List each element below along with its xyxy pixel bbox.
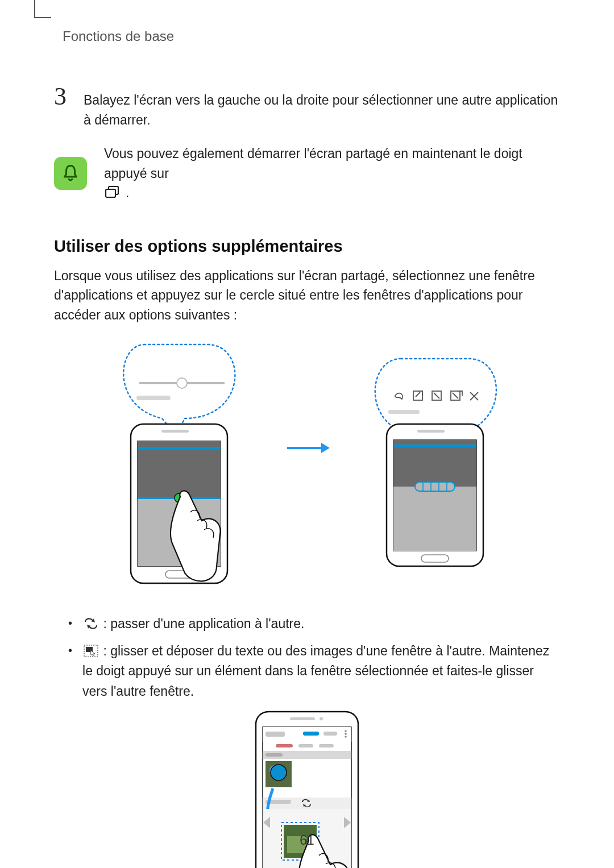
phone-illustration-left [105,339,253,591]
svg-rect-4 [136,396,171,400]
svg-rect-7 [161,430,189,433]
page-number: 61 [0,833,614,848]
svg-rect-24 [393,445,476,447]
svg-point-43 [345,730,347,732]
note-text-after: . [126,183,129,203]
svg-rect-47 [319,744,334,747]
svg-point-36 [320,717,323,720]
split-screen-illustration-row [54,339,560,591]
arrow-right-icon [284,439,330,456]
swap-icon [84,616,98,636]
note-text-before: Vous pouvez également démarrer l'écran p… [104,144,560,183]
options-bullet-list: : passer d'une application à l'autre. : … [68,614,560,702]
section-intro: Lorsque vous utilisez des applications s… [54,266,560,325]
chapter-title: Fonctions de base [63,28,560,44]
svg-point-44 [345,736,347,738]
svg-rect-1 [106,189,115,197]
bell-icon [54,157,87,190]
phone-illustration-right [361,356,509,574]
svg-rect-49 [265,753,283,757]
svg-rect-31 [421,555,449,562]
svg-point-3 [177,378,187,388]
svg-rect-46 [298,744,313,747]
recent-apps-icon [105,184,121,204]
svg-rect-41 [323,732,337,736]
step-text: Balayez l'écran vers la gauche ou la dro… [84,90,560,130]
svg-rect-40 [303,732,319,736]
section-heading: Utiliser des options supplémentaires [54,237,560,256]
svg-rect-26 [415,482,455,491]
svg-rect-9 [138,447,221,450]
svg-rect-35 [290,717,315,720]
svg-rect-45 [276,744,293,747]
svg-point-42 [345,733,347,735]
bullet-swap-text: : passer d'une application à l'autre. [99,616,304,631]
bullet-drag-drop: : glisser et déposer du texte ou des ima… [68,641,560,702]
step-3: 3 Balayez l'écran vers la gauche ou la d… [54,84,560,130]
svg-rect-25 [393,487,476,551]
svg-rect-19 [388,410,420,414]
bullet-drag-text: : glisser et déposer du texte ou des ima… [82,643,549,699]
step-number: 3 [54,84,71,109]
bullet-swap-apps: : passer d'une application à l'autre. [68,614,560,634]
drag-drop-icon [84,643,98,663]
note-callout: Vous pouvez également démarrer l'écran p… [54,144,560,203]
svg-rect-39 [265,732,285,737]
svg-marker-15 [321,443,330,453]
svg-rect-21 [417,430,445,433]
svg-point-52 [271,765,287,780]
